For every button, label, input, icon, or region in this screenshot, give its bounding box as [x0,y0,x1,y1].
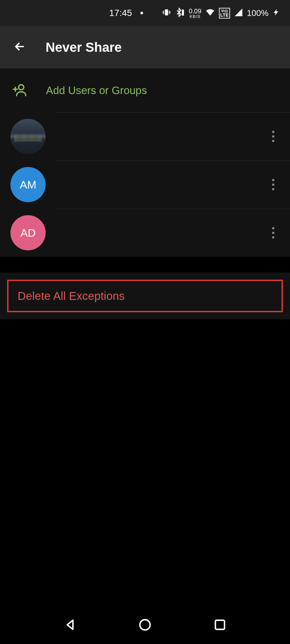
page-title: Never Share [46,40,122,55]
svg-rect-0 [165,9,168,16]
svg-rect-2 [182,9,183,10]
back-arrow-icon[interactable] [13,40,26,54]
volte-icon: Vo)) LTE [219,8,230,19]
svg-point-4 [140,620,150,630]
svg-point-3 [19,85,24,90]
section-gap [0,257,290,273]
status-time: 17:45 [109,8,132,18]
list-item[interactable]: AM [0,161,290,209]
divider [55,161,290,161]
wifi-icon [205,7,215,19]
content-area: Add Users or Groups AM AD [0,68,290,257]
navigation-bar [0,607,290,644]
nav-recent-icon[interactable] [213,618,227,633]
signal-icon [234,8,243,18]
divider [55,112,290,113]
avatar [10,119,46,154]
bluetooth-battery-icon [175,7,185,19]
status-bar: 17:45 0.09 KB/S Vo)) LTE 100% [0,0,290,26]
avatar: AD [10,215,46,250]
delete-all-exceptions-button[interactable]: Delete All Exceptions [7,280,283,312]
svg-rect-5 [215,620,225,629]
status-dot-icon [140,12,143,14]
more-options-icon[interactable] [269,128,278,146]
avatar: AM [10,167,46,202]
list-item[interactable] [0,112,290,161]
more-options-icon[interactable] [269,224,278,242]
vibrate-icon [162,8,171,18]
svg-rect-1 [182,10,184,16]
divider [55,209,290,209]
more-options-icon[interactable] [269,176,278,194]
nav-back-icon[interactable] [63,618,77,633]
data-rate-icon: 0.09 KB/S [189,8,201,19]
add-users-row[interactable]: Add Users or Groups [0,68,290,112]
add-user-icon [11,82,27,99]
list-item[interactable]: AD [0,209,290,257]
nav-home-icon[interactable] [138,618,152,633]
add-users-label: Add Users or Groups [46,84,147,97]
status-icons: 0.09 KB/S Vo)) LTE 100% [162,7,280,19]
charging-icon [272,8,280,18]
delete-section: Delete All Exceptions [0,273,290,319]
app-bar: Never Share [0,26,290,68]
battery-text: 100% [247,8,269,18]
